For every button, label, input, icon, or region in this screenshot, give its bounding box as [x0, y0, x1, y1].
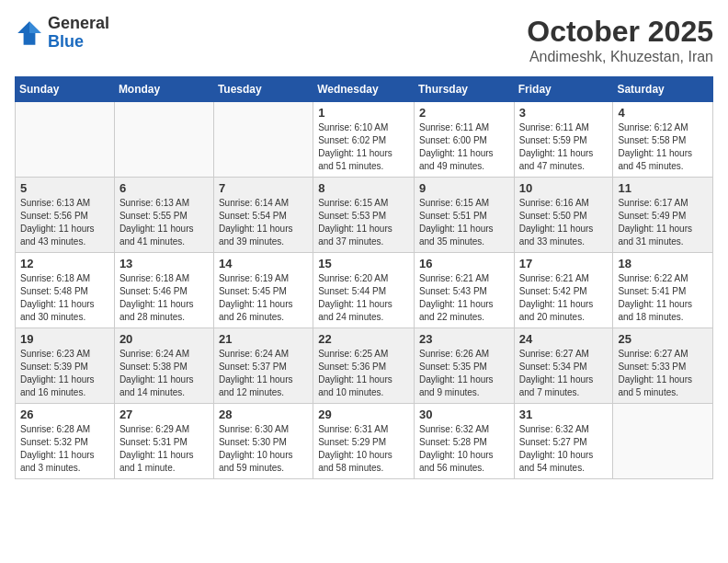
calendar-cell: 24Sunrise: 6:27 AM Sunset: 5:34 PM Dayli…: [514, 328, 613, 404]
calendar-cell: 9Sunrise: 6:15 AM Sunset: 5:51 PM Daylig…: [414, 178, 514, 253]
calendar-cell: [114, 102, 213, 178]
logo-text: General Blue: [48, 15, 109, 52]
calendar-cell: 2Sunrise: 6:11 AM Sunset: 6:00 PM Daylig…: [414, 102, 514, 178]
logo-blue: Blue: [48, 33, 109, 52]
logo-icon: [15, 18, 44, 48]
calendar-cell: 3Sunrise: 6:11 AM Sunset: 5:59 PM Daylig…: [514, 102, 613, 178]
calendar-cell: 13Sunrise: 6:18 AM Sunset: 5:46 PM Dayli…: [114, 253, 213, 328]
day-number: 17: [519, 257, 609, 270]
day-info: Sunrise: 6:16 AM Sunset: 5:50 PM Dayligh…: [519, 197, 609, 248]
day-info: Sunrise: 6:13 AM Sunset: 5:56 PM Dayligh…: [20, 197, 109, 248]
day-info: Sunrise: 6:24 AM Sunset: 5:37 PM Dayligh…: [219, 348, 308, 399]
svg-marker-1: [29, 21, 41, 33]
day-info: Sunrise: 6:18 AM Sunset: 5:46 PM Dayligh…: [119, 272, 209, 324]
day-number: 19: [20, 332, 109, 346]
day-number: 18: [618, 257, 708, 270]
calendar-cell: 11Sunrise: 6:17 AM Sunset: 5:49 PM Dayli…: [613, 178, 713, 253]
weekday-header-saturday: Saturday: [613, 77, 713, 102]
logo-general: General: [48, 15, 109, 33]
day-number: 7: [219, 181, 308, 195]
calendar-cell: 6Sunrise: 6:13 AM Sunset: 5:55 PM Daylig…: [114, 178, 213, 253]
month-title: October 2025: [527, 15, 713, 49]
day-number: 5: [20, 181, 109, 195]
day-number: 15: [318, 257, 409, 270]
calendar-cell: 20Sunrise: 6:24 AM Sunset: 5:38 PM Dayli…: [114, 328, 213, 404]
day-info: Sunrise: 6:30 AM Sunset: 5:30 PM Dayligh…: [219, 423, 308, 475]
day-info: Sunrise: 6:25 AM Sunset: 5:36 PM Dayligh…: [318, 348, 409, 399]
day-number: 29: [318, 408, 409, 421]
day-number: 12: [20, 257, 109, 270]
day-info: Sunrise: 6:12 AM Sunset: 5:58 PM Dayligh…: [618, 121, 708, 173]
calendar-table: SundayMondayTuesdayWednesdayThursdayFrid…: [15, 76, 713, 479]
calendar-week-row: 5Sunrise: 6:13 AM Sunset: 5:56 PM Daylig…: [16, 178, 713, 253]
day-number: 1: [318, 106, 409, 120]
day-info: Sunrise: 6:13 AM Sunset: 5:55 PM Dayligh…: [119, 197, 209, 248]
calendar-cell: 29Sunrise: 6:31 AM Sunset: 5:29 PM Dayli…: [313, 404, 415, 479]
calendar-cell: 25Sunrise: 6:27 AM Sunset: 5:33 PM Dayli…: [613, 328, 713, 404]
day-number: 31: [519, 408, 609, 421]
day-number: 20: [119, 332, 209, 346]
calendar-cell: 27Sunrise: 6:29 AM Sunset: 5:31 PM Dayli…: [114, 404, 213, 479]
day-info: Sunrise: 6:18 AM Sunset: 5:48 PM Dayligh…: [20, 272, 109, 324]
calendar-cell: 22Sunrise: 6:25 AM Sunset: 5:36 PM Dayli…: [313, 328, 415, 404]
calendar-cell: 5Sunrise: 6:13 AM Sunset: 5:56 PM Daylig…: [16, 178, 115, 253]
calendar-cell: 4Sunrise: 6:12 AM Sunset: 5:58 PM Daylig…: [613, 102, 713, 178]
calendar-cell: 21Sunrise: 6:24 AM Sunset: 5:37 PM Dayli…: [213, 328, 313, 404]
calendar-cell: [613, 404, 713, 479]
day-info: Sunrise: 6:15 AM Sunset: 5:53 PM Dayligh…: [318, 197, 409, 248]
calendar-cell: 12Sunrise: 6:18 AM Sunset: 5:48 PM Dayli…: [16, 253, 115, 328]
day-info: Sunrise: 6:32 AM Sunset: 5:27 PM Dayligh…: [519, 423, 609, 475]
weekday-header-friday: Friday: [514, 77, 613, 102]
calendar-week-row: 1Sunrise: 6:10 AM Sunset: 6:02 PM Daylig…: [16, 102, 713, 178]
page-header: General Blue October 2025 Andimeshk, Khu…: [15, 15, 713, 65]
day-info: Sunrise: 6:24 AM Sunset: 5:38 PM Dayligh…: [119, 348, 209, 399]
day-number: 25: [618, 332, 708, 346]
calendar-cell: 1Sunrise: 6:10 AM Sunset: 6:02 PM Daylig…: [313, 102, 415, 178]
calendar-cell: 18Sunrise: 6:22 AM Sunset: 5:41 PM Dayli…: [613, 253, 713, 328]
day-info: Sunrise: 6:32 AM Sunset: 5:28 PM Dayligh…: [419, 423, 509, 475]
day-number: 26: [20, 408, 109, 421]
day-number: 6: [119, 181, 209, 195]
day-info: Sunrise: 6:26 AM Sunset: 5:35 PM Dayligh…: [419, 348, 509, 399]
day-number: 21: [219, 332, 308, 346]
calendar-cell: 7Sunrise: 6:14 AM Sunset: 5:54 PM Daylig…: [213, 178, 313, 253]
calendar-week-row: 12Sunrise: 6:18 AM Sunset: 5:48 PM Dayli…: [16, 253, 713, 328]
day-info: Sunrise: 6:10 AM Sunset: 6:02 PM Dayligh…: [318, 121, 409, 173]
calendar-cell: [213, 102, 313, 178]
weekday-header-wednesday: Wednesday: [313, 77, 415, 102]
day-number: 4: [618, 106, 708, 120]
day-number: 30: [419, 408, 509, 421]
day-info: Sunrise: 6:14 AM Sunset: 5:54 PM Dayligh…: [219, 197, 308, 248]
weekday-header-tuesday: Tuesday: [213, 77, 313, 102]
logo: General Blue: [15, 15, 109, 52]
calendar-week-row: 26Sunrise: 6:28 AM Sunset: 5:32 PM Dayli…: [16, 404, 713, 479]
calendar-cell: 28Sunrise: 6:30 AM Sunset: 5:30 PM Dayli…: [213, 404, 313, 479]
day-number: 24: [519, 332, 609, 346]
day-number: 10: [519, 181, 609, 195]
day-info: Sunrise: 6:11 AM Sunset: 5:59 PM Dayligh…: [519, 121, 609, 173]
calendar-cell: 15Sunrise: 6:20 AM Sunset: 5:44 PM Dayli…: [313, 253, 415, 328]
calendar-cell: 23Sunrise: 6:26 AM Sunset: 5:35 PM Dayli…: [414, 328, 514, 404]
calendar-cell: 16Sunrise: 6:21 AM Sunset: 5:43 PM Dayli…: [414, 253, 514, 328]
day-info: Sunrise: 6:28 AM Sunset: 5:32 PM Dayligh…: [20, 423, 109, 475]
title-block: October 2025 Andimeshk, Khuzestan, Iran: [527, 15, 713, 65]
location: Andimeshk, Khuzestan, Iran: [527, 49, 713, 65]
calendar-cell: 26Sunrise: 6:28 AM Sunset: 5:32 PM Dayli…: [16, 404, 115, 479]
day-number: 16: [419, 257, 509, 270]
day-number: 22: [318, 332, 409, 346]
weekday-header-sunday: Sunday: [16, 77, 115, 102]
day-info: Sunrise: 6:19 AM Sunset: 5:45 PM Dayligh…: [219, 272, 308, 324]
day-info: Sunrise: 6:21 AM Sunset: 5:43 PM Dayligh…: [419, 272, 509, 324]
calendar-cell: 10Sunrise: 6:16 AM Sunset: 5:50 PM Dayli…: [514, 178, 613, 253]
calendar-cell: 19Sunrise: 6:23 AM Sunset: 5:39 PM Dayli…: [16, 328, 115, 404]
calendar-cell: [16, 102, 115, 178]
calendar-cell: 8Sunrise: 6:15 AM Sunset: 5:53 PM Daylig…: [313, 178, 415, 253]
day-info: Sunrise: 6:20 AM Sunset: 5:44 PM Dayligh…: [318, 272, 409, 324]
day-number: 23: [419, 332, 509, 346]
calendar-cell: 30Sunrise: 6:32 AM Sunset: 5:28 PM Dayli…: [414, 404, 514, 479]
weekday-header-monday: Monday: [114, 77, 213, 102]
day-info: Sunrise: 6:15 AM Sunset: 5:51 PM Dayligh…: [419, 197, 509, 248]
day-number: 13: [119, 257, 209, 270]
day-number: 28: [219, 408, 308, 421]
day-info: Sunrise: 6:17 AM Sunset: 5:49 PM Dayligh…: [618, 197, 708, 248]
